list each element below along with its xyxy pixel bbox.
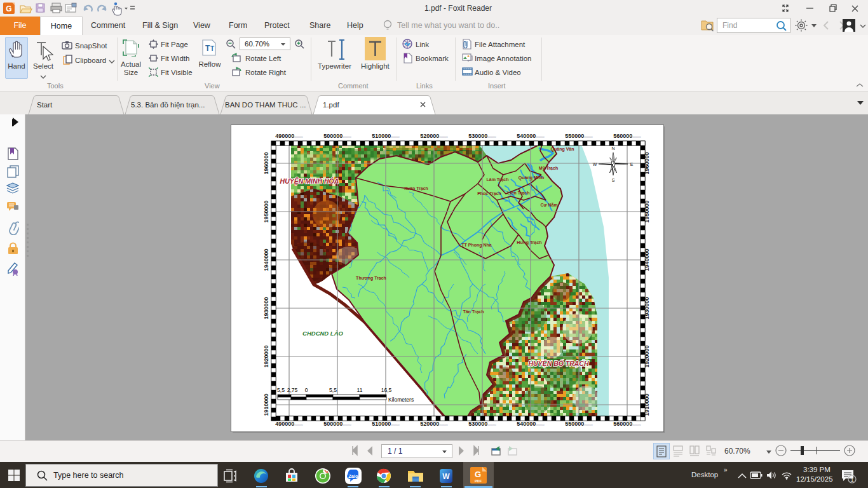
svg-text:1960000: 1960000 — [644, 152, 650, 174]
svg-text:1940000: 1940000 — [644, 248, 650, 271]
svg-text:1920000: 1920000 — [644, 345, 650, 367]
svg-text:S: S — [612, 178, 615, 182]
svg-text:1960000: 1960000 — [263, 152, 269, 174]
svg-text:1930000: 1930000 — [644, 297, 650, 319]
svg-text:Kilometers: Kilometers — [388, 396, 414, 403]
svg-text:Zalo: Zalo — [348, 473, 358, 479]
svg-text:W: W — [442, 472, 450, 481]
svg-text:0: 0 — [305, 387, 308, 393]
svg-text:2,75: 2,75 — [287, 387, 298, 393]
svg-text:5,5: 5,5 — [329, 387, 337, 393]
svg-text:1910000: 1910000 — [263, 393, 269, 416]
svg-text:Quảng Văn: Quảng Văn — [551, 147, 574, 152]
svg-text:Start: Start — [37, 101, 53, 109]
svg-text:1950000: 1950000 — [644, 200, 650, 222]
svg-text:W: W — [593, 162, 597, 166]
svg-text:TT Phong Nha: TT Phong Nha — [461, 243, 492, 248]
svg-text:HUYỆN BỐ TRẠCH: HUYỆN BỐ TRẠCH — [528, 360, 589, 368]
svg-text:Liên Trạch: Liên Trạch — [507, 191, 529, 195]
svg-text:Phúc Trạch: Phúc Trạch — [477, 191, 501, 196]
svg-text:1: 1 — [850, 477, 853, 483]
svg-text:G: G — [475, 470, 481, 479]
svg-text:1910000: 1910000 — [644, 393, 650, 416]
svg-text:HUYỆN MINH HÓA: HUYỆN MINH HÓA — [280, 177, 339, 186]
svg-text:Tân Trạch: Tân Trạch — [463, 309, 484, 314]
svg-text:CHDCND LÀO: CHDCND LÀO — [302, 330, 343, 337]
svg-text:5,5: 5,5 — [277, 387, 285, 393]
svg-text:11: 11 — [357, 387, 363, 393]
svg-text:E: E — [630, 162, 634, 166]
svg-text:G: G — [6, 4, 11, 13]
svg-text:1930000: 1930000 — [263, 297, 269, 319]
svg-text:T: T — [205, 44, 210, 53]
svg-text:Hưng Trạch: Hưng Trạch — [517, 240, 541, 245]
svg-text:Xuân Trạch: Xuân Trạch — [404, 186, 428, 191]
svg-text:Thượng Trạch: Thượng Trạch — [356, 276, 386, 281]
svg-text:T: T — [210, 45, 214, 52]
svg-text:1920000: 1920000 — [263, 345, 269, 367]
svg-text:Mỹ Trạch: Mỹ Trạch — [539, 166, 558, 171]
svg-text:1940000: 1940000 — [263, 248, 269, 271]
svg-text:BAN DO THAM THUC ...: BAN DO THAM THUC ... — [225, 101, 306, 109]
svg-text:Lâm Trạch: Lâm Trạch — [486, 177, 508, 182]
svg-text:16,5: 16,5 — [381, 387, 392, 393]
svg-text:Quảng Minh: Quảng Minh — [519, 175, 544, 180]
svg-text:PDF: PDF — [475, 479, 482, 483]
svg-text:1.pdf: 1.pdf — [323, 101, 339, 109]
svg-text:N: N — [611, 146, 614, 151]
svg-text:1950000: 1950000 — [263, 200, 269, 222]
svg-text:Cự Nẫm: Cự Nẫm — [540, 202, 557, 207]
svg-text:5.3. Bản đồ hiện trạn...: 5.3. Bản đồ hiện trạn... — [131, 101, 205, 109]
